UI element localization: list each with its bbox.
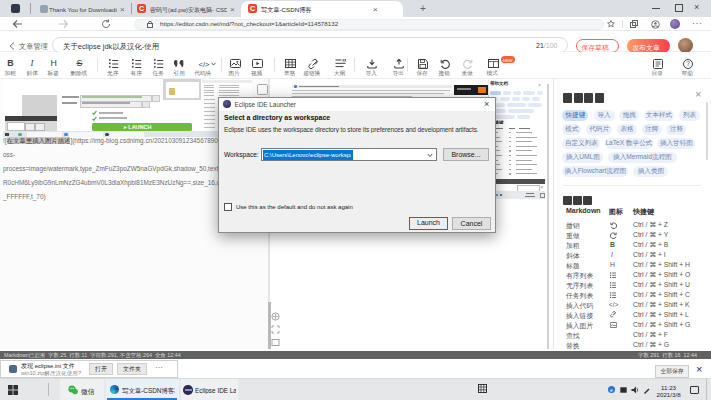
- svg-text:?: ?: [686, 60, 690, 67]
